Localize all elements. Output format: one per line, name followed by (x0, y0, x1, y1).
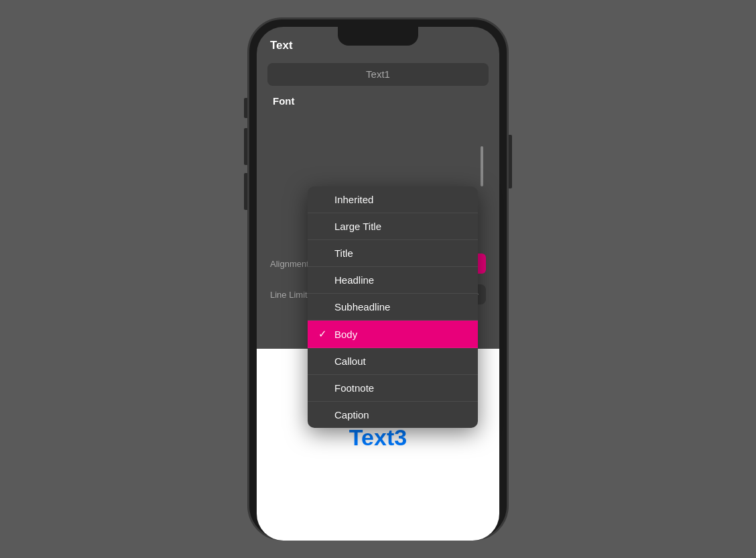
font-style-dropdown[interactable]: Inherited Large Title Title Headline Sub (308, 186, 478, 428)
text-input-value: Text1 (366, 68, 390, 80)
dropdown-item-large-title[interactable]: Large Title (308, 213, 478, 240)
dropdown-item-body[interactable]: ✓ Body (308, 321, 478, 348)
scrollbar[interactable] (481, 146, 483, 186)
inspector-panel: Text Text1 Font Inherited Large Title (257, 27, 499, 349)
notch (338, 27, 418, 46)
dropdown-item-caption[interactable]: Caption (308, 402, 478, 428)
dropdown-item-inherited[interactable]: Inherited (308, 186, 478, 213)
volume-up-button (244, 128, 247, 165)
dropdown-item-headline[interactable]: Headline (308, 267, 478, 294)
mute-button (244, 98, 247, 118)
phone-frame: Text Text1 Font Inherited Large Title (247, 17, 509, 541)
dropdown-item-footnote[interactable]: Footnote (308, 375, 478, 402)
dropdown-item-callout[interactable]: Callout (308, 348, 478, 375)
preview-text3[interactable]: Text3 (349, 425, 407, 451)
volume-down-button (244, 173, 247, 210)
font-section-label: Font (270, 95, 294, 107)
text-input-row[interactable]: Text1 (267, 63, 489, 86)
dropdown-item-title[interactable]: Title (308, 240, 478, 267)
dropdown-item-subheadline[interactable]: Subheadline (308, 294, 478, 321)
line-limit-label: Line Limit (270, 290, 308, 300)
power-button (509, 135, 512, 188)
alignment-label: Alignment (270, 259, 309, 269)
